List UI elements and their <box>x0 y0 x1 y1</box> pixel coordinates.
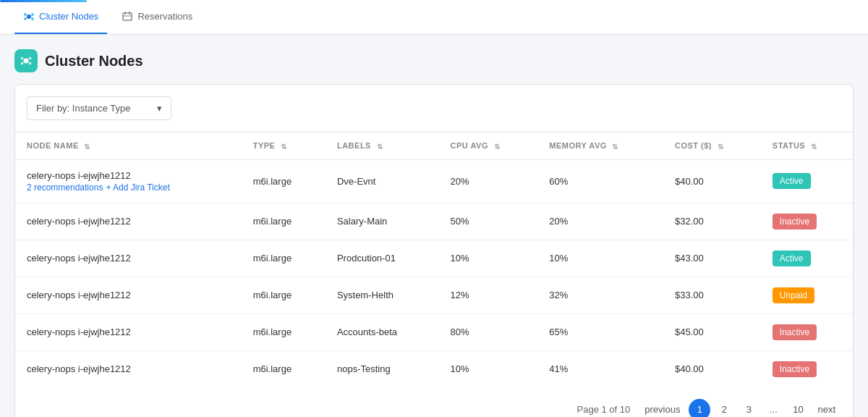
svg-point-0 <box>27 14 31 19</box>
sort-node-name-icon <box>84 143 90 151</box>
cell-status: Active <box>761 240 853 277</box>
cell-cost: $32.00 <box>663 203 761 240</box>
cell-cost: $40.00 <box>663 159 761 203</box>
cell-cost: $33.00 <box>663 277 761 313</box>
cell-node-name: celery-nops i-ejwjhe1212 <box>15 313 242 350</box>
main-content: Cluster Nodes Filer by: Instance Type ▾ … <box>0 35 868 417</box>
table-row: celery-nops i-ejwjhe1212m6i.largeAccount… <box>15 313 853 350</box>
pagination: Page 1 of 10 previous 1 2 3 ... 10 next <box>15 387 853 417</box>
sort-type-icon <box>281 143 287 151</box>
tab-reservations-label: Reservations <box>137 11 192 22</box>
cell-node-name: celery-nops i-ejwjhe1212 <box>15 203 242 240</box>
node-name-text: celery-nops i-ejwjhe1212 <box>27 253 230 264</box>
svg-point-10 <box>21 57 24 60</box>
cell-memory-avg: 10% <box>537 240 663 277</box>
add-jira-ticket-link[interactable]: + Add Jira Ticket <box>106 182 169 193</box>
cell-type: m6i.large <box>242 159 326 203</box>
table-row: celery-nops i-ejwjhe1212m6i.largeProdcut… <box>15 240 853 277</box>
next-button[interactable]: next <box>812 401 841 417</box>
cell-type: m6i.large <box>242 203 326 240</box>
sort-cpu-icon <box>494 143 501 151</box>
node-name-text: celery-nops i-ejwjhe1212 <box>27 363 230 374</box>
cell-memory-avg: 32% <box>537 277 663 313</box>
page-1-button[interactable]: 1 <box>689 399 710 417</box>
cell-labels: Dve-Evnt <box>326 159 439 203</box>
recommendations: 2 recommendations+ Add Jira Ticket <box>27 182 230 193</box>
node-name-text: celery-nops i-ejwjhe1212 <box>27 327 230 337</box>
svg-point-9 <box>24 59 29 64</box>
cell-cpu-avg: 20% <box>439 159 538 203</box>
cell-status: Unpaid <box>761 277 853 313</box>
recommendations-count[interactable]: 2 recommendations <box>27 182 103 193</box>
node-name-text: celery-nops i-ejwjhe1212 <box>27 216 230 227</box>
cell-node-name: celery-nops i-ejwjhe12122 recommendation… <box>15 159 242 203</box>
col-status[interactable]: STATUS <box>761 132 853 160</box>
cell-cost: $45.00 <box>663 313 761 350</box>
cell-status: Inactive <box>761 203 853 240</box>
cell-node-name: celery-nops i-ejwjhe1212 <box>15 277 242 313</box>
filter-placeholder: Filer by: Instance Type <box>36 103 131 114</box>
cell-cpu-avg: 12% <box>439 277 538 313</box>
page-2-button[interactable]: 2 <box>713 399 735 417</box>
tab-cluster-nodes-label: Cluster Nodes <box>39 11 98 22</box>
cell-node-name: celery-nops i-ejwjhe1212 <box>15 240 242 277</box>
cell-memory-avg: 20% <box>537 203 663 240</box>
col-cpu-avg[interactable]: CPU AVG <box>439 132 538 160</box>
svg-point-3 <box>24 17 27 20</box>
cell-status: Inactive <box>761 313 853 350</box>
table-row: celery-nops i-ejwjhe1212m6i.largeSystem-… <box>15 277 853 313</box>
status-badge: Inactive <box>773 324 817 340</box>
cell-type: m6i.large <box>242 313 326 350</box>
previous-button[interactable]: previous <box>639 401 686 417</box>
col-node-name[interactable]: NODE NAME <box>15 132 242 160</box>
col-labels[interactable]: LABELS <box>326 132 439 160</box>
cell-labels: nops-Testing <box>326 350 439 387</box>
cell-status: Active <box>761 159 853 203</box>
instance-type-filter[interactable]: Filer by: Instance Type ▾ <box>27 96 171 120</box>
svg-point-11 <box>29 57 32 60</box>
svg-point-1 <box>24 13 27 16</box>
table-row: celery-nops i-ejwjhe1212m6i.largeSalary-… <box>15 203 853 240</box>
cell-type: m6i.large <box>242 277 326 313</box>
sort-status-icon <box>811 143 817 151</box>
cell-memory-avg: 60% <box>537 159 663 203</box>
page-3-button[interactable]: 3 <box>738 399 760 417</box>
cell-memory-avg: 41% <box>537 350 663 387</box>
status-badge: Active <box>773 173 811 189</box>
cell-cpu-avg: 10% <box>439 240 538 277</box>
cell-memory-avg: 65% <box>537 313 663 350</box>
chevron-down-icon: ▾ <box>157 103 162 114</box>
cell-status: Inactive <box>761 350 853 387</box>
col-cost[interactable]: COST ($) <box>663 132 761 160</box>
svg-point-13 <box>29 62 32 65</box>
cell-cpu-avg: 10% <box>439 350 538 387</box>
cell-labels: Accounts-beta <box>326 313 439 350</box>
cell-type: m6i.large <box>242 240 326 277</box>
table-header-row: NODE NAME TYPE LABELS CPU AVG <box>15 132 853 160</box>
col-type[interactable]: TYPE <box>242 132 326 160</box>
page-title-icon <box>14 49 38 72</box>
cell-labels: System-Helth <box>326 277 439 313</box>
table-row: celery-nops i-ejwjhe1212m6i.largenops-Te… <box>15 350 853 387</box>
page-info: Page 1 of 10 <box>577 404 631 415</box>
tab-cluster-nodes[interactable]: Cluster Nodes <box>14 1 107 34</box>
table-row: celery-nops i-ejwjhe12122 recommendation… <box>15 159 853 203</box>
cell-type: m6i.large <box>242 350 326 387</box>
svg-point-12 <box>21 62 24 65</box>
cell-labels: Salary-Main <box>326 203 439 240</box>
sort-labels-icon <box>377 143 383 151</box>
cluster-icon <box>23 11 35 22</box>
svg-point-4 <box>31 17 34 20</box>
page-10-button[interactable]: 10 <box>787 399 809 417</box>
svg-rect-5 <box>123 13 132 20</box>
status-badge: Inactive <box>773 214 817 229</box>
svg-point-2 <box>31 13 34 16</box>
node-name-text: celery-nops i-ejwjhe1212 <box>27 290 230 300</box>
cell-cpu-avg: 50% <box>439 203 538 240</box>
tab-reservations[interactable]: Reservations <box>113 1 201 34</box>
sort-cost-icon <box>718 143 724 151</box>
status-badge: Unpaid <box>773 287 814 303</box>
col-memory-avg[interactable]: MEMORY AVG <box>537 132 663 160</box>
status-badge: Inactive <box>773 361 817 377</box>
cell-cost: $43.00 <box>663 240 761 277</box>
